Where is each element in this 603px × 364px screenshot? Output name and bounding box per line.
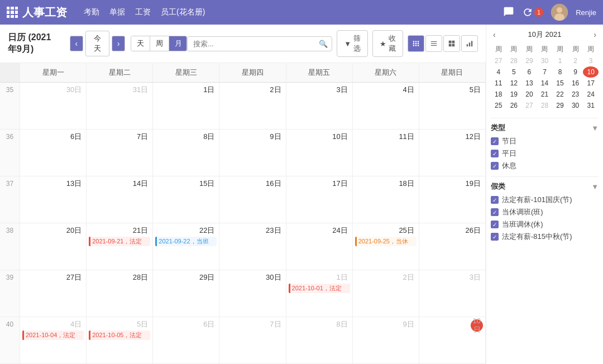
calendar-cell[interactable]: 10日 [419,317,486,363]
calendar-cell[interactable]: 26日 [419,223,486,270]
mini-cal-date[interactable]: 21 [537,89,553,100]
view-mode-calendar-btn[interactable] [408,35,424,52]
calendar-cell[interactable]: 8日 [286,317,353,363]
calendar-cell[interactable]: 24日 [286,223,353,270]
calendar-cell[interactable]: 18日 [353,176,419,223]
search-input[interactable] [187,36,332,51]
mini-cal-date[interactable]: 5 [506,66,522,78]
mini-cal-date[interactable]: 29 [552,100,568,111]
calendar-cell[interactable]: 16日 [219,176,286,223]
avatar[interactable] [551,4,568,21]
mini-cal-date[interactable]: 17 [583,78,599,89]
calendar-cell[interactable]: 31日 [87,83,153,129]
calendar-cell[interactable]: 3日 [286,83,353,129]
filter-checkbox[interactable] [491,150,499,157]
calendar-cell[interactable]: 4日 [353,83,419,129]
calendar-cell[interactable]: 5日 [419,83,486,129]
calendar-cell[interactable]: 1日 [153,83,219,129]
search-icon[interactable]: 🔍 [319,40,328,48]
calendar-cell[interactable]: 30日 [20,83,87,129]
calendar-cell[interactable]: 2日 [353,270,419,317]
mini-cal-next-btn[interactable]: › [591,29,599,40]
notification-btn[interactable] [503,6,514,19]
type-filter-collapse-icon[interactable]: ▼ [591,124,599,132]
mini-cal-date[interactable]: 30 [537,55,553,66]
mini-cal-date[interactable]: 13 [521,78,537,89]
calendar-cell[interactable]: 22日2021-09-22，当班 [153,223,219,270]
calendar-cell[interactable]: 6日 [20,130,87,176]
mini-cal-date[interactable]: 22 [552,89,568,100]
calendar-event[interactable]: 2021-09-21，法定 [89,237,150,246]
mini-cal-date[interactable]: 23 [568,89,583,100]
calendar-cell[interactable]: 29日 [153,270,219,317]
calendar-cell[interactable]: 19日 [419,176,486,223]
mini-cal-date[interactable]: 25 [491,100,506,111]
mini-cal-date[interactable]: 27 [521,100,537,111]
calendar-cell[interactable]: 27日 [20,270,87,317]
view-day-btn[interactable]: 天 [131,36,150,51]
calendar-event[interactable]: 2021-10-05，法定 [89,331,150,340]
calendar-event[interactable]: 2021-10-04，法定 [22,331,84,340]
mini-cal-date[interactable]: 3 [583,55,599,66]
calendar-cell[interactable]: 12日 [419,130,486,176]
mini-cal-prev-btn[interactable]: ‹ [491,29,498,40]
holiday-filter-item[interactable]: 当班调休(休) [491,219,599,229]
calendar-cell[interactable]: 21日2021-09-21，法定 [87,223,153,270]
calendar-cell[interactable]: 17日 [286,176,353,223]
nav-employees[interactable]: 员工(花名册) [161,7,205,17]
calendar-cell[interactable]: 7日 [219,317,286,363]
mini-cal-date[interactable]: 16 [568,78,583,89]
next-month-btn[interactable]: › [112,36,125,51]
type-filter-item[interactable]: 节日 [491,136,599,146]
calendar-cell[interactable]: 25日2021-09-25，当休 [353,223,419,270]
calendar-cell[interactable]: 8日 [153,130,219,176]
filter-checkbox[interactable] [491,233,499,241]
mini-cal-date[interactable]: 19 [506,89,522,100]
mini-cal-date[interactable]: 8 [552,66,568,78]
filter-checkbox[interactable] [491,196,499,204]
calendar-cell[interactable]: 23日 [219,223,286,270]
nav-attendance[interactable]: 考勤 [84,7,99,17]
filter-checkbox[interactable] [491,208,499,216]
mini-cal-date[interactable]: 12 [506,78,522,89]
prev-month-btn[interactable]: ‹ [70,36,83,51]
calendar-cell[interactable]: 30日 [219,270,286,317]
view-month-btn[interactable]: 月 [169,36,187,51]
calendar-cell[interactable]: 5日2021-10-05，法定 [87,317,153,363]
calendar-event[interactable]: 2021-09-25，当休 [355,237,417,246]
view-mode-list-btn[interactable] [425,35,442,52]
view-mode-chart-btn[interactable] [461,35,478,52]
mini-cal-date[interactable]: 20 [521,89,537,100]
calendar-cell[interactable]: 9日 [353,317,419,363]
mini-cal-date[interactable]: 31 [583,100,599,111]
calendar-cell[interactable]: 14日 [87,176,153,223]
mini-cal-date[interactable]: 10 [583,66,599,78]
calendar-event[interactable]: 2021-09-22，当班 [155,237,217,246]
calendar-event[interactable]: 2021-10-01，法定 [289,284,350,293]
mini-cal-date[interactable]: 4 [491,66,506,78]
mini-cal-date[interactable]: 2 [568,55,583,66]
today-btn[interactable]: 今天 [85,31,110,56]
mini-cal-date[interactable]: 27 [491,55,506,66]
mini-cal-date[interactable]: 30 [568,100,583,111]
mini-cal-date[interactable]: 9 [568,66,583,78]
calendar-cell[interactable]: 6日 [153,317,219,363]
filter-checkbox[interactable] [491,221,499,228]
holiday-filter-item[interactable]: 当休调班(班) [491,207,599,217]
calendar-cell[interactable]: 15日 [153,176,219,223]
refresh-btn[interactable]: 1 [522,7,543,18]
holiday-filter-collapse-icon[interactable]: ▼ [591,183,599,191]
type-filter-item[interactable]: 休息 [491,161,599,171]
filter-checkbox[interactable] [491,162,499,170]
fav-btn[interactable]: ★ 收藏 [372,30,403,57]
mini-cal-date[interactable]: 1 [552,55,568,66]
calendar-cell[interactable]: 2日 [219,83,286,129]
holiday-filter-item[interactable]: 法定有薪-101国庆(节) [491,195,599,205]
calendar-cell[interactable]: 10日 [286,130,353,176]
nav-salary[interactable]: 工资 [135,7,151,17]
mini-cal-date[interactable]: 18 [491,89,506,100]
calendar-cell[interactable]: 7日 [87,130,153,176]
mini-cal-date[interactable]: 29 [521,55,537,66]
calendar-cell[interactable]: 20日 [20,223,87,270]
view-mode-grid-btn[interactable] [443,35,460,52]
